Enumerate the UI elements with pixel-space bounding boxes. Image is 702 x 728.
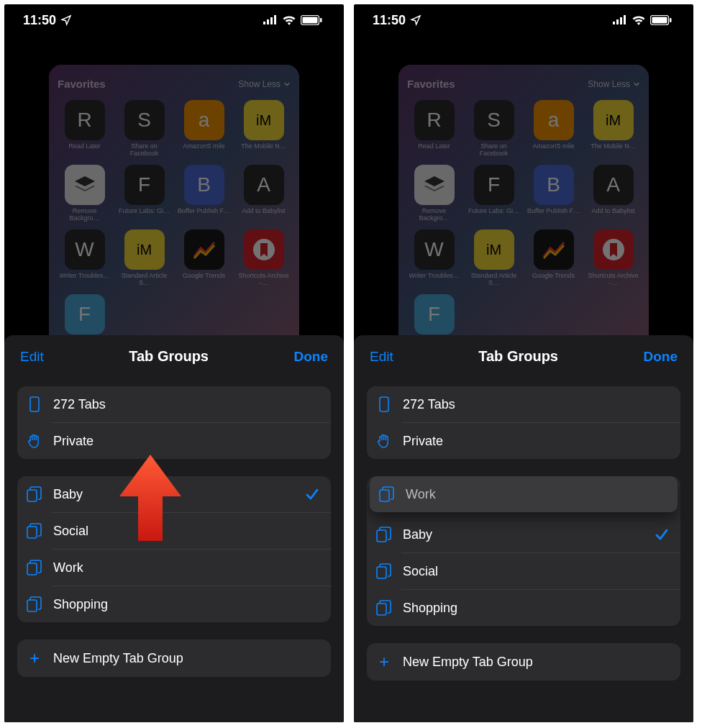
- tab-group-label: Social: [53, 524, 319, 539]
- primary-tabs-block: 272 Tabs Private: [367, 386, 680, 459]
- tab-group-icon: [375, 600, 393, 616]
- tab-groups-sheet: Edit Tab Groups Done 272 Tabs Private: [354, 335, 693, 722]
- tab-group-label: Social: [403, 564, 669, 579]
- device-icon: [26, 396, 43, 412]
- new-group-block: + New Empty Tab Group: [17, 640, 331, 677]
- sheet-title: Tab Groups: [129, 348, 209, 365]
- svg-rect-3: [274, 15, 276, 24]
- svg-rect-24: [377, 567, 386, 578]
- wifi-icon: [632, 15, 646, 25]
- all-tabs-row[interactable]: 272 Tabs: [17, 386, 331, 422]
- tab-group-label: Work: [406, 487, 666, 502]
- tab-group-label: Shopping: [53, 597, 319, 612]
- phone-right: 11:50 Favorites Show Less RRead LaterSSh…: [354, 4, 693, 722]
- tab-group-icon: [26, 486, 43, 502]
- svg-rect-11: [27, 563, 37, 575]
- svg-rect-9: [27, 490, 37, 501]
- svg-rect-19: [670, 18, 672, 22]
- battery-icon: [650, 15, 672, 25]
- done-button[interactable]: Done: [294, 349, 329, 365]
- plus-icon: +: [26, 650, 43, 667]
- location-icon: [410, 14, 421, 26]
- svg-rect-16: [624, 15, 626, 24]
- sheet-title: Tab Groups: [478, 348, 558, 365]
- svg-rect-18: [652, 17, 667, 24]
- svg-rect-2: [270, 17, 273, 24]
- tab-group-icon: [378, 486, 396, 502]
- edit-button[interactable]: Edit: [20, 349, 44, 365]
- svg-rect-6: [320, 18, 322, 22]
- device-icon: [375, 396, 393, 412]
- svg-rect-13: [613, 22, 615, 24]
- signal-icon: [263, 15, 278, 25]
- tab-group-icon: [375, 527, 393, 542]
- tab-groups-sheet: Edit Tab Groups Done 272 Tabs Private Ba…: [4, 335, 344, 722]
- svg-rect-0: [263, 22, 265, 24]
- plus-icon: +: [375, 653, 393, 670]
- svg-rect-22: [380, 490, 389, 501]
- tab-group-row[interactable]: Social: [367, 553, 680, 589]
- tab-group-row[interactable]: Shopping: [367, 590, 680, 626]
- tab-group-label: Work: [53, 560, 319, 575]
- hand-icon: [375, 433, 393, 449]
- tab-overview-thumbnail[interactable]: Favorites Show Less RRead LaterSShare on…: [49, 65, 299, 338]
- tab-groups-list: Work BabySocialShopping: [367, 476, 680, 626]
- checkmark-icon: [305, 487, 319, 501]
- new-tab-group-button[interactable]: + New Empty Tab Group: [17, 640, 331, 677]
- tab-group-label: Baby: [403, 527, 655, 542]
- tab-group-row[interactable]: Baby: [17, 476, 331, 512]
- location-icon: [60, 14, 72, 26]
- tab-group-label: Shopping: [403, 601, 669, 616]
- svg-rect-10: [27, 527, 37, 538]
- status-time: 11:50: [373, 13, 406, 28]
- dragging-tab-group-row[interactable]: Work: [370, 476, 678, 512]
- battery-icon: [301, 15, 322, 25]
- tab-group-row[interactable]: Social: [17, 513, 331, 549]
- signal-icon: [613, 15, 627, 25]
- svg-rect-5: [303, 17, 318, 24]
- private-row[interactable]: Private: [17, 423, 331, 459]
- status-bar: 11:50: [354, 4, 693, 36]
- tab-group-icon: [26, 596, 43, 612]
- tab-group-icon: [375, 563, 393, 579]
- tab-group-icon: [26, 560, 43, 575]
- done-button[interactable]: Done: [644, 349, 678, 365]
- new-tab-group-button[interactable]: + New Empty Tab Group: [367, 643, 680, 681]
- tab-group-icon: [26, 523, 43, 539]
- tab-group-row[interactable]: Work: [17, 550, 331, 586]
- tab-groups-list: BabySocialWorkShopping: [17, 476, 331, 622]
- svg-rect-14: [616, 19, 619, 24]
- all-tabs-row[interactable]: 272 Tabs: [367, 386, 680, 422]
- svg-rect-8: [30, 397, 39, 411]
- svg-rect-23: [377, 530, 386, 542]
- tab-group-label: Baby: [53, 487, 305, 502]
- svg-rect-21: [380, 397, 388, 411]
- new-group-block: + New Empty Tab Group: [367, 643, 680, 681]
- tab-group-row[interactable]: Baby: [367, 517, 680, 552]
- phone-left: 11:50 Favorites Show Less RRead LaterSSh…: [4, 4, 344, 722]
- svg-rect-15: [620, 17, 622, 24]
- svg-rect-1: [267, 19, 269, 24]
- checkmark-icon: [655, 527, 669, 542]
- svg-rect-12: [27, 600, 37, 611]
- tab-overview-thumbnail[interactable]: Favorites Show Less RRead LaterSShare on…: [398, 65, 649, 338]
- wifi-icon: [282, 15, 296, 25]
- status-time: 11:50: [23, 13, 56, 28]
- edit-button[interactable]: Edit: [370, 349, 393, 365]
- svg-rect-25: [377, 604, 386, 615]
- status-bar: 11:50: [4, 4, 344, 36]
- hand-icon: [26, 433, 43, 449]
- primary-tabs-block: 272 Tabs Private: [17, 386, 331, 459]
- private-row[interactable]: Private: [367, 423, 680, 459]
- tab-group-row[interactable]: Shopping: [17, 586, 331, 622]
